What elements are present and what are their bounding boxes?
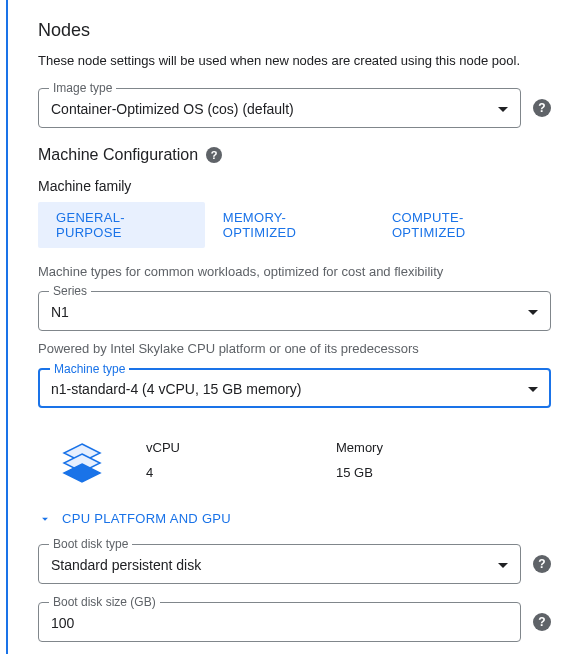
machine-family-label: Machine family	[38, 178, 551, 194]
stack-icon	[58, 440, 106, 491]
machine-family-hint: Machine types for common workloads, opti…	[38, 264, 551, 279]
tab-compute-optimized[interactable]: COMPUTE-OPTIMIZED	[374, 202, 551, 248]
chevron-down-icon	[528, 310, 538, 315]
series-value: N1	[51, 304, 520, 320]
expander-label: CPU PLATFORM AND GPU	[62, 511, 231, 526]
tab-memory-optimized[interactable]: MEMORY-OPTIMIZED	[205, 202, 374, 248]
help-icon[interactable]: ?	[533, 99, 551, 117]
image-type-value: Container-Optimized OS (cos) (default)	[51, 101, 490, 117]
image-type-label: Image type	[49, 81, 116, 95]
boot-disk-type-label: Boot disk type	[49, 537, 132, 551]
machine-specs: vCPU 4 Memory 15 GB	[38, 426, 551, 505]
vcpu-label: vCPU	[146, 440, 296, 455]
chevron-down-icon	[38, 512, 52, 526]
help-icon[interactable]: ?	[533, 613, 551, 631]
series-select[interactable]: Series N1	[38, 291, 551, 331]
tab-general-purpose[interactable]: GENERAL-PURPOSE	[38, 202, 205, 248]
boot-disk-size-label: Boot disk size (GB)	[49, 595, 160, 609]
machine-type-label: Machine type	[50, 362, 129, 376]
machine-config-title: Machine Configuration ?	[38, 146, 551, 164]
help-icon[interactable]: ?	[206, 147, 222, 163]
machine-type-select[interactable]: Machine type n1-standard-4 (4 vCPU, 15 G…	[38, 368, 551, 408]
boot-disk-size-value[interactable]	[51, 615, 508, 631]
image-type-select[interactable]: Image type Container-Optimized OS (cos) …	[38, 88, 521, 128]
cpu-platform-gpu-expander[interactable]: CPU PLATFORM AND GPU	[38, 511, 551, 526]
memory-label: Memory	[336, 440, 486, 455]
series-hint: Powered by Intel Skylake CPU platform or…	[38, 341, 551, 356]
boot-disk-size-input[interactable]: Boot disk size (GB)	[38, 602, 521, 642]
boot-disk-type-value: Standard persistent disk	[51, 557, 490, 573]
chevron-down-icon	[528, 387, 538, 392]
nodes-heading: Nodes	[38, 20, 551, 41]
machine-type-value: n1-standard-4 (4 vCPU, 15 GB memory)	[51, 381, 520, 397]
chevron-down-icon	[498, 107, 508, 112]
chevron-down-icon	[498, 563, 508, 568]
vcpu-value: 4	[146, 465, 296, 480]
nodes-description: These node settings will be used when ne…	[38, 53, 551, 68]
series-label: Series	[49, 284, 91, 298]
boot-disk-type-select[interactable]: Boot disk type Standard persistent disk	[38, 544, 521, 584]
machine-family-tabs: GENERAL-PURPOSE MEMORY-OPTIMIZED COMPUTE…	[38, 202, 551, 248]
memory-value: 15 GB	[336, 465, 486, 480]
help-icon[interactable]: ?	[533, 555, 551, 573]
